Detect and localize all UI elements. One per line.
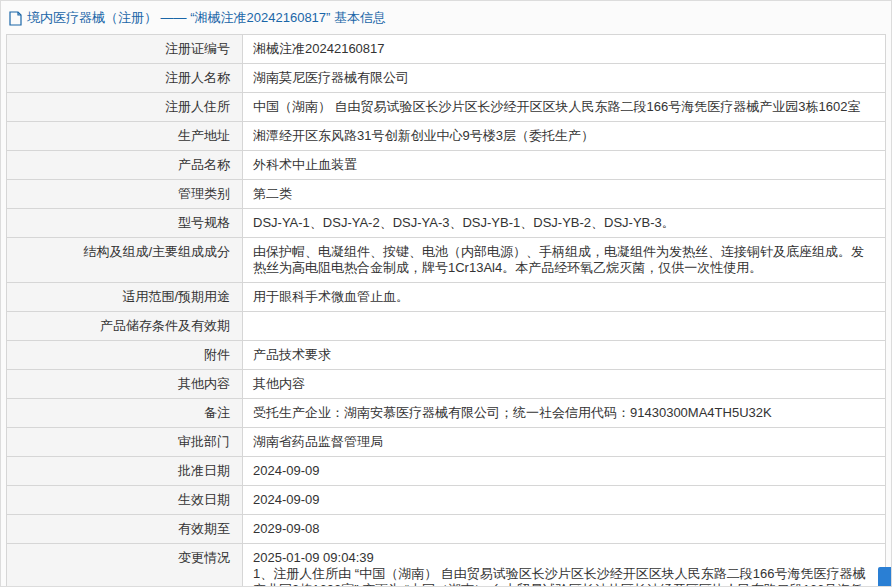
row-value: 湘潭经开区东风路31号创新创业中心9号楼3层（委托生产） bbox=[243, 122, 885, 150]
row-label: 其他内容 bbox=[7, 370, 243, 398]
row-value: 湖南莫尼医疗器械有限公司 bbox=[243, 64, 885, 92]
row-label: 附件 bbox=[7, 341, 243, 369]
table-row: 产品储存条件及有效期 bbox=[7, 312, 885, 341]
table-row: 型号规格 DSJ-YA-1、DSJ-YA-2、DSJ-YA-3、DSJ-YB-1… bbox=[7, 209, 885, 238]
row-value: 2024-09-09 bbox=[243, 457, 885, 485]
row-value: DSJ-YA-1、DSJ-YA-2、DSJ-YA-3、DSJ-YB-1、DSJ-… bbox=[243, 209, 885, 237]
row-label: 变更情况 bbox=[7, 544, 243, 587]
row-value: 2025-01-09 09:04:39 1、注册人住所由 “中国（湖南） 自由贸… bbox=[243, 544, 885, 587]
row-label: 有效期至 bbox=[7, 515, 243, 543]
table-row: 备注 受托生产企业：湖南安慕医疗器械有限公司；统一社会信用代码：91430300… bbox=[7, 399, 885, 428]
table-row: 有效期至 2029-09-08 bbox=[7, 515, 885, 544]
row-value: 由保护帽、电凝组件、按键、电池（内部电源）、手柄组成，电凝组件为发热丝、连接铜针… bbox=[243, 238, 885, 282]
registration-detail-page: 境内医疗器械（注册） —— “湘械注准20242160817” 基本信息 注册证… bbox=[0, 0, 892, 587]
row-label: 管理类别 bbox=[7, 180, 243, 208]
row-value: 2029-09-08 bbox=[243, 515, 885, 543]
table-row: 生效日期 2024-09-09 bbox=[7, 486, 885, 515]
table-row: 附件 产品技术要求 bbox=[7, 341, 885, 370]
row-value: 外科术中止血装置 bbox=[243, 151, 885, 179]
row-value: 湘械注准20242160817 bbox=[243, 35, 885, 63]
row-value: 产品技术要求 bbox=[243, 341, 885, 369]
table-row: 注册人名称 湖南莫尼医疗器械有限公司 bbox=[7, 64, 885, 93]
table-row: 审批部门 湖南省药品监督管理局 bbox=[7, 428, 885, 457]
page-header: 境内医疗器械（注册） —— “湘械注准20242160817” 基本信息 bbox=[1, 1, 891, 34]
table-row-change-record: 变更情况 2025-01-09 09:04:39 1、注册人住所由 “中国（湖南… bbox=[7, 544, 885, 587]
table-row: 产品名称 外科术中止血装置 bbox=[7, 151, 885, 180]
table-row: 注册证编号 湘械注准20242160817 bbox=[7, 35, 885, 64]
row-label: 审批部门 bbox=[7, 428, 243, 456]
row-value: 受托生产企业：湖南安慕医疗器械有限公司；统一社会信用代码：91430300MA4… bbox=[243, 399, 885, 427]
table-row: 生产地址 湘潭经开区东风路31号创新创业中心9号楼3层（委托生产） bbox=[7, 122, 885, 151]
table-row: 管理类别 第二类 bbox=[7, 180, 885, 209]
row-label: 备注 bbox=[7, 399, 243, 427]
row-label: 注册证编号 bbox=[7, 35, 243, 63]
table-row: 批准日期 2024-09-09 bbox=[7, 457, 885, 486]
row-label: 批准日期 bbox=[7, 457, 243, 485]
row-label: 注册人住所 bbox=[7, 93, 243, 121]
row-value: 其他内容 bbox=[243, 370, 885, 398]
row-value: 用于眼科手术微血管止血。 bbox=[243, 283, 885, 311]
row-label: 生产地址 bbox=[7, 122, 243, 150]
table-row: 适用范围/预期用途 用于眼科手术微血管止血。 bbox=[7, 283, 885, 312]
row-label: 产品储存条件及有效期 bbox=[7, 312, 243, 340]
row-value: 第二类 bbox=[243, 180, 885, 208]
row-value bbox=[243, 312, 885, 340]
table-row: 注册人住所 中国（湖南） 自由贸易试验区长沙片区长沙经开区区块人民东路二段166… bbox=[7, 93, 885, 122]
back-to-top-button[interactable] bbox=[878, 567, 891, 586]
table-row: 结构及组成/主要组成成分 由保护帽、电凝组件、按键、电池（内部电源）、手柄组成，… bbox=[7, 238, 885, 283]
row-value: 中国（湖南） 自由贸易试验区长沙片区长沙经开区区块人民东路二段166号海凭医疗器… bbox=[243, 93, 885, 121]
row-label: 型号规格 bbox=[7, 209, 243, 237]
page-title: 境内医疗器械（注册） —— “湘械注准20242160817” 基本信息 bbox=[27, 9, 386, 27]
row-label: 结构及组成/主要组成成分 bbox=[7, 238, 243, 282]
row-value: 2024-09-09 bbox=[243, 486, 885, 514]
row-label: 生效日期 bbox=[7, 486, 243, 514]
row-label: 注册人名称 bbox=[7, 64, 243, 92]
registration-info-table: 注册证编号 湘械注准20242160817 注册人名称 湖南莫尼医疗器械有限公司… bbox=[6, 34, 886, 587]
row-label: 适用范围/预期用途 bbox=[7, 283, 243, 311]
row-value: 湖南省药品监督管理局 bbox=[243, 428, 885, 456]
table-row: 其他内容 其他内容 bbox=[7, 370, 885, 399]
row-label: 产品名称 bbox=[7, 151, 243, 179]
document-icon bbox=[9, 11, 22, 26]
